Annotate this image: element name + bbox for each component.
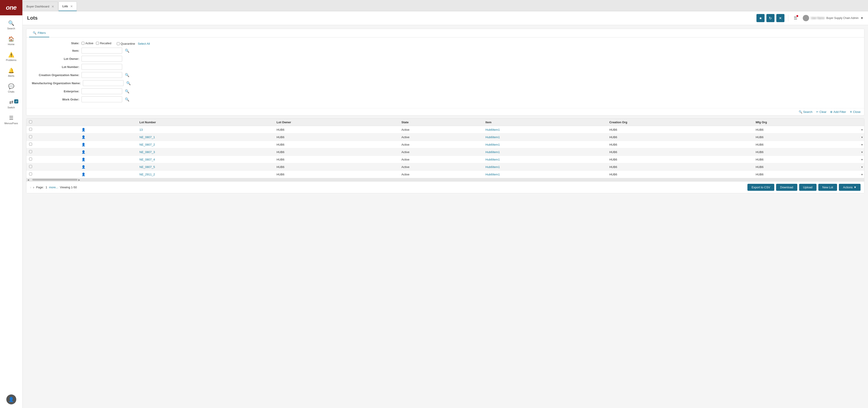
scroll-right-arrow[interactable]: ▶ — [78, 179, 81, 181]
prev-page-button[interactable]: ‹ — [30, 185, 31, 189]
checkbox-recalled-input[interactable] — [96, 42, 99, 45]
sidebar-item-alerts[interactable]: 🔔 Alerts — [0, 65, 22, 81]
row-checkbox[interactable] — [29, 135, 32, 138]
checkbox-recalled[interactable]: Recalled — [96, 41, 111, 45]
item-link[interactable]: Hub6Item1 — [486, 128, 500, 131]
tab-close-lots[interactable]: ✕ — [70, 4, 73, 8]
row-mfg-org: HUB6 — [753, 148, 858, 156]
new-lot-button[interactable]: New Lot — [818, 184, 837, 191]
close-filter-button[interactable]: ✕ Close — [850, 110, 861, 114]
col-lot-number[interactable]: Lot Number — [137, 119, 274, 126]
creation-org-search-button[interactable]: 🔍 — [125, 73, 129, 77]
item-link[interactable]: Hub6Item1 — [486, 165, 500, 169]
tab-close-buyer-dashboard[interactable]: ✕ — [52, 5, 54, 8]
user-dropdown-button[interactable]: ▼ — [860, 16, 864, 20]
next-page-button[interactable]: › — [33, 185, 34, 189]
download-button[interactable]: Download — [776, 184, 797, 191]
logo-text: one — [6, 4, 17, 11]
scroll-left-arrow[interactable]: ◀ — [26, 179, 30, 181]
refresh-button[interactable]: ↻ — [766, 14, 775, 22]
item-link[interactable]: Hub6Item1 — [486, 173, 500, 176]
row-checkbox[interactable] — [29, 143, 32, 146]
upload-button[interactable]: Upload — [799, 184, 816, 191]
select-all-link[interactable]: Select All — [138, 42, 150, 45]
mfg-org-input[interactable] — [83, 80, 124, 86]
table-scroll-bar[interactable] — [32, 179, 78, 181]
table-scroll-area[interactable]: ◀ ▶ — [26, 178, 864, 181]
filters-tab[interactable]: 🔍 Filters — [29, 29, 49, 37]
lot-icon: 👤 — [82, 143, 85, 146]
col-extra — [858, 119, 864, 126]
menu-button[interactable]: ☰ — [792, 15, 799, 22]
row-state: Active — [399, 141, 483, 148]
work-order-search-button[interactable]: 🔍 — [125, 97, 129, 102]
row-creation-org: HUB6 — [607, 133, 753, 141]
sidebar-item-search[interactable]: 🔍 Search — [0, 17, 22, 33]
filter-row-lot-owner: Lot Owner: — [32, 56, 859, 62]
tab-lots[interactable]: Lots ✕ — [59, 2, 77, 11]
creation-org-input[interactable] — [82, 72, 122, 78]
sidebar-item-home[interactable]: 🏠 Home — [0, 33, 22, 49]
lot-number-input[interactable] — [82, 64, 122, 70]
lot-number-link[interactable]: NE_2911_2 — [140, 173, 155, 176]
sidebar-item-problems[interactable]: ⚠️ Problems — [0, 49, 22, 65]
add-filter-button[interactable]: ⊕ Add Filter — [830, 110, 846, 114]
col-item[interactable]: Item — [483, 119, 607, 126]
lot-number-link[interactable]: NE_0807_2 — [140, 143, 155, 146]
col-lot-owner[interactable]: Lot Owner — [274, 119, 399, 126]
export-csv-button[interactable]: Export to CSV — [747, 184, 774, 191]
home-icon: 🏠 — [8, 36, 14, 42]
clear-filter-button[interactable]: ✂ Clear — [816, 110, 827, 114]
mfg-org-search-button[interactable]: 🔍 — [126, 81, 131, 85]
lot-number-link[interactable]: NE_0807_5 — [140, 165, 155, 169]
lot-number-link[interactable]: NE_0807_3 — [140, 150, 155, 154]
checkbox-active-input[interactable] — [82, 42, 85, 45]
lot-number-link[interactable]: 13 — [140, 128, 143, 131]
more-link[interactable]: more... — [49, 186, 58, 189]
user-avatar[interactable]: 👤 — [6, 395, 16, 404]
col-mfg-org[interactable]: Mfg Org — [753, 119, 858, 126]
row-checkbox[interactable] — [29, 172, 32, 176]
row-checkbox[interactable] — [29, 165, 32, 168]
enterprise-input[interactable] — [82, 88, 122, 94]
app-logo[interactable]: one — [0, 0, 22, 15]
row-expand-icon[interactable]: ▼ — [861, 151, 863, 154]
row-checkbox[interactable] — [29, 150, 32, 153]
search-filter-button[interactable]: 🔍 Search — [799, 110, 812, 114]
row-lot-owner: HUB6 — [274, 156, 399, 163]
item-input[interactable] — [82, 48, 122, 54]
select-all-checkbox[interactable] — [29, 120, 32, 123]
close-button[interactable]: ✕ — [776, 14, 784, 22]
lot-number-link[interactable]: NE_0807_4 — [140, 158, 155, 161]
checkbox-active[interactable]: Active — [82, 41, 93, 45]
lot-owner-input[interactable] — [82, 56, 122, 62]
item-link[interactable]: Hub6Item1 — [486, 135, 500, 139]
item-link[interactable]: Hub6Item1 — [486, 158, 500, 161]
enterprise-search-button[interactable]: 🔍 — [125, 89, 129, 93]
sidebar-item-chats[interactable]: 💬 Chats — [0, 81, 22, 96]
row-expand-icon[interactable]: ▼ — [861, 166, 863, 168]
row-expand-icon[interactable]: ▼ — [861, 128, 863, 131]
row-checkbox[interactable] — [29, 128, 32, 131]
row-creation-org: HUB6 — [607, 126, 753, 133]
col-state[interactable]: State — [399, 119, 483, 126]
row-checkbox[interactable] — [29, 158, 32, 160]
lot-number-link[interactable]: NE_0807_1 — [140, 135, 155, 139]
actions-button[interactable]: Actions ▼ — [839, 184, 861, 191]
row-expand-icon[interactable]: ▼ — [861, 136, 863, 138]
row-expand-icon[interactable]: ▼ — [861, 173, 863, 176]
item-link[interactable]: Hub6Item1 — [486, 143, 500, 146]
work-order-input[interactable] — [82, 96, 122, 102]
row-expand-icon[interactable]: ▼ — [861, 158, 863, 161]
checkbox-quarantine[interactable]: Quarantine — [117, 42, 135, 45]
col-creation-org[interactable]: Creation Org — [607, 119, 753, 126]
checkbox-quarantine-input[interactable] — [117, 42, 120, 45]
sidebar-item-menus[interactable]: ☰ Menus/Favs — [0, 112, 22, 128]
tab-buyer-dashboard[interactable]: Buyer Dashboard ✕ — [23, 2, 58, 11]
favorite-button[interactable]: ★ — [756, 14, 765, 22]
row-expand-icon[interactable]: ▼ — [861, 144, 863, 146]
sidebar-item-switch[interactable]: ⇄ ⇄ Switch — [0, 96, 22, 112]
page-header: Lots ★ ↻ ✕ ☰ User Name Buyer Supply Chai… — [23, 11, 868, 25]
item-search-button[interactable]: 🔍 — [125, 49, 129, 53]
item-link[interactable]: Hub6Item1 — [486, 150, 500, 154]
